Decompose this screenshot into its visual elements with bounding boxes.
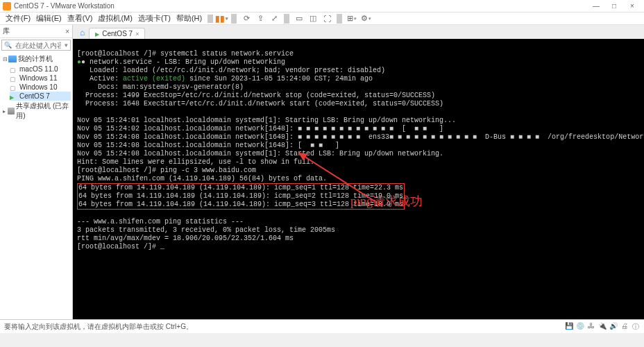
tab-close-icon[interactable]: × xyxy=(135,31,139,37)
search-icon[interactable]: 🔍 xyxy=(2,42,14,49)
printer-icon[interactable]: 🖨 xyxy=(620,322,629,332)
menu-file[interactable]: 文件(F) xyxy=(3,13,33,24)
vm-label: macOS 11.0 xyxy=(19,65,58,73)
computer-icon xyxy=(8,56,17,62)
statusbar: 要将输入定向到该虚拟机，请在虚拟机内部单击或按 Ctrl+G。 💾 💿 🖧 🔌 … xyxy=(0,319,644,333)
snapshot-button[interactable]: ⟳ xyxy=(241,13,252,24)
vm-item-win11[interactable]: Windows 11 xyxy=(10,74,71,83)
tree-root[interactable]: ⊟ 我的计算机 xyxy=(1,53,71,65)
layout2-button[interactable]: ◫ xyxy=(307,13,319,24)
main: 库 × 🔍 ▾ ⊟ 我的计算机 macOS 11.0 Windows 11 Wi… xyxy=(0,25,644,319)
menu-vm[interactable]: 虚拟机(M) xyxy=(95,13,135,24)
menu-help[interactable]: 帮助(H) xyxy=(173,13,205,24)
vm-icon xyxy=(10,84,18,91)
menu-view[interactable]: 查看(V) xyxy=(65,13,96,24)
sidebar-close-icon[interactable]: × xyxy=(65,28,69,35)
ping-result-box: 64 bytes from 14.119.104.189 (14.119.104… xyxy=(77,183,405,210)
separator xyxy=(284,14,289,24)
vm-tab-label: CentOS 7 xyxy=(102,30,133,37)
close-button[interactable]: × xyxy=(623,2,641,10)
vm-label: Windows 10 xyxy=(19,83,57,91)
menubar: 文件(F) 编辑(E) 查看(V) 虚拟机(M) 选项卡(T) 帮助(H) ▮▮… xyxy=(0,12,644,25)
vm-running-icon xyxy=(95,30,99,37)
capture-button[interactable]: ⤢ xyxy=(269,13,280,24)
tree-shared-label: 共享虚拟机 (已弃用) xyxy=(16,101,71,121)
tree-root-label: 我的计算机 xyxy=(18,54,53,64)
usb-icon[interactable]: 🔌 xyxy=(598,322,607,332)
menu-edit[interactable]: 编辑(E) xyxy=(33,13,65,24)
terminal[interactable]: [root@localhost /]# systemctl status net… xyxy=(73,39,644,319)
sidebar-search: 🔍 ▾ xyxy=(1,40,71,51)
vm-icon xyxy=(10,75,18,82)
sidebar: 库 × 🔍 ▾ ⊟ 我的计算机 macOS 11.0 Windows 11 Wi… xyxy=(0,25,73,319)
search-input[interactable] xyxy=(14,42,62,49)
tabbar: ⌂ CentOS 7 × xyxy=(73,25,644,39)
pause-button[interactable]: ▮▮ xyxy=(216,13,227,24)
vm-running-icon xyxy=(10,93,18,100)
menu-tabs[interactable]: 选项卡(T) xyxy=(135,13,173,24)
sidebar-header: 库 × xyxy=(0,25,72,38)
vm-item-macos[interactable]: macOS 11.0 xyxy=(10,65,71,74)
disk-icon[interactable]: 💾 xyxy=(565,322,573,332)
tools-button[interactable]: ⚙ xyxy=(360,13,371,24)
send-button[interactable]: ⇪ xyxy=(255,13,266,24)
maximize-button[interactable]: □ xyxy=(605,2,623,10)
view-button[interactable]: ⊞ xyxy=(346,13,357,24)
cd-icon[interactable]: 💿 xyxy=(576,322,584,332)
layout1-button[interactable]: ▭ xyxy=(294,13,305,24)
vm-label: Windows 11 xyxy=(19,74,57,82)
shared-icon xyxy=(8,108,15,115)
titlebar: CentOS 7 - VMware Workstation — □ × xyxy=(0,0,644,12)
net-icon[interactable]: 🖧 xyxy=(587,322,595,332)
fullscreen-button[interactable]: ⛶ xyxy=(321,13,332,24)
vm-tab[interactable]: CentOS 7 × xyxy=(89,28,145,39)
inline-toolbar: ▮▮ ⟳ ⇪ ⤢ ▭ ◫ ⛶ ⊞ ⚙ xyxy=(216,13,371,24)
home-tab-icon[interactable]: ⌂ xyxy=(76,26,89,39)
tree-shared[interactable]: ▸ 共享虚拟机 (已弃用) xyxy=(1,101,71,121)
vm-item-win10[interactable]: Windows 10 xyxy=(10,83,71,92)
status-icons: 💾 💿 🖧 🔌 🔊 🖨 ⓘ xyxy=(565,322,640,332)
sidebar-title: 库 xyxy=(3,26,10,36)
content-area: ⌂ CentOS 7 × [root@localhost /]# systemc… xyxy=(73,25,644,319)
expand-icon[interactable]: ▸ xyxy=(1,108,8,115)
app-icon xyxy=(3,2,11,10)
search-dropdown-icon[interactable]: ▾ xyxy=(62,42,70,49)
vm-icon xyxy=(10,66,18,73)
minimize-button[interactable]: — xyxy=(587,2,605,10)
expand-icon[interactable]: ⊟ xyxy=(1,56,8,62)
vm-item-centos7[interactable]: CentOS 7 xyxy=(10,92,71,101)
sound-icon[interactable]: 🔊 xyxy=(609,322,618,332)
separator xyxy=(337,14,342,24)
vm-tree: ⊟ 我的计算机 macOS 11.0 Windows 11 Windows 10… xyxy=(0,52,72,123)
info-icon[interactable]: ⓘ xyxy=(632,322,640,332)
separator xyxy=(231,14,237,24)
status-text: 要将输入定向到该虚拟机，请在虚拟机内部单击或按 Ctrl+G。 xyxy=(4,322,193,332)
vm-label: CentOS 7 xyxy=(19,92,50,100)
window-title: CentOS 7 - VMware Workstation xyxy=(14,2,587,10)
separator xyxy=(207,15,213,23)
